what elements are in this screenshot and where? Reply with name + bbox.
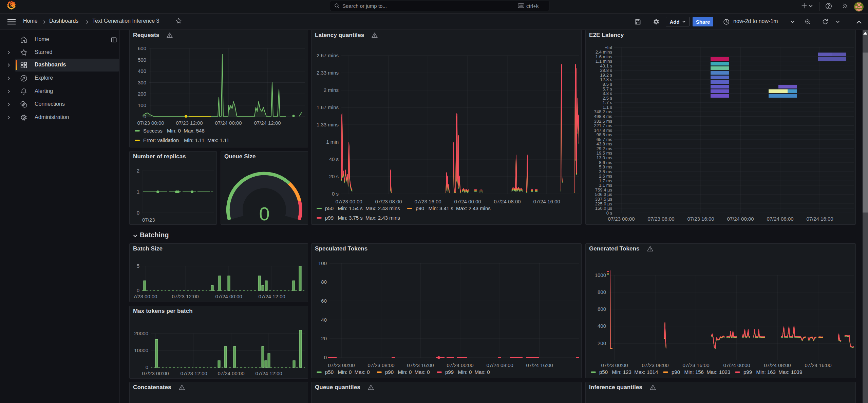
svg-text:07/23 00:00: 07/23 00:00	[328, 362, 355, 368]
svg-text:600: 600	[138, 45, 146, 51]
svg-text:Min: 0 Max: 548: Min: 0 Max: 548	[167, 128, 205, 134]
svg-text:Min: 0 Max: 0: Min: 0 Max: 0	[338, 369, 370, 375]
svg-text:0: 0	[137, 210, 139, 216]
svg-text:07/24 16:00: 07/24 16:00	[526, 362, 553, 368]
svg-text:07/23 08:00: 07/23 08:00	[647, 216, 674, 222]
svg-text:p99: p99	[445, 369, 454, 375]
svg-text:1.67 mins: 1.67 mins	[317, 104, 339, 110]
svg-text:07/23 08:00: 07/23 08:00	[642, 362, 668, 368]
svg-text:07/24 12:00: 07/24 12:00	[254, 120, 281, 126]
svg-text:Min: 1.54 s Max: 2.43 mins: Min: 1.54 s Max: 2.43 mins	[338, 205, 400, 211]
svg-text:07/24 12:00: 07/24 12:00	[255, 370, 282, 376]
svg-text:07/23 12:00: 07/23 12:00	[172, 294, 199, 299]
svg-text:07/23 12:00: 07/23 12:00	[176, 120, 203, 126]
svg-text:100: 100	[318, 260, 327, 266]
svg-text:80: 80	[321, 279, 327, 285]
svg-text:07/23 16:00: 07/23 16:00	[414, 199, 441, 204]
svg-text:2 mins: 2 mins	[324, 87, 339, 93]
svg-text:40 s: 40 s	[329, 156, 339, 162]
svg-text:2.67 mins: 2.67 mins	[317, 53, 339, 58]
svg-text:p99: p99	[743, 369, 752, 375]
svg-text:60: 60	[321, 298, 327, 304]
svg-text:p90: p90	[416, 205, 424, 211]
svg-text:20000: 20000	[134, 330, 148, 336]
svg-text:07/24 00:00: 07/24 00:00	[215, 120, 242, 126]
svg-text:p90: p90	[672, 369, 680, 375]
svg-text:1: 1	[137, 189, 139, 195]
svg-text:07/23 00:00: 07/23 00:00	[142, 370, 169, 376]
svg-text:07/23 16:00: 07/23 16:00	[687, 216, 714, 222]
svg-text:Min: 156 Max: 1023: Min: 156 Max: 1023	[684, 369, 730, 375]
svg-text:07/24 08:00: 07/24 08:00	[764, 362, 791, 368]
svg-text:p90: p90	[385, 369, 394, 375]
svg-text:0 s: 0 s	[332, 191, 339, 197]
svg-text:0: 0	[146, 364, 148, 370]
svg-text:p99: p99	[325, 215, 334, 221]
svg-text:07/24 12:00: 07/24 12:00	[258, 294, 285, 299]
svg-text:0: 0	[137, 287, 139, 293]
svg-text:07/23 08:00: 07/23 08:00	[375, 199, 402, 204]
svg-text:Min: 3.41 s Max: 2.43 mins: Min: 3.41 s Max: 2.43 mins	[428, 205, 490, 211]
svg-text:100: 100	[138, 102, 146, 108]
svg-text:10000: 10000	[134, 347, 148, 353]
svg-text:Min: 1.11 Max: 1.11: Min: 1.11 Max: 1.11	[184, 137, 229, 143]
svg-text:p50: p50	[599, 369, 608, 375]
svg-text:07/23 00:00: 07/23 00:00	[601, 362, 628, 368]
svg-text:300: 300	[138, 80, 146, 85]
svg-text:p50: p50	[325, 205, 334, 211]
svg-text:200: 200	[138, 91, 146, 97]
svg-text:5: 5	[137, 263, 139, 269]
svg-text:0 s: 0 s	[606, 210, 612, 216]
svg-text:40: 40	[321, 317, 327, 323]
svg-text:1 min: 1 min	[326, 139, 339, 145]
svg-text:500: 500	[138, 57, 146, 63]
svg-text:07/24 08:00: 07/24 08:00	[494, 199, 521, 204]
svg-text:07/23 00:00: 07/23 00:00	[608, 216, 635, 222]
svg-text:20: 20	[321, 336, 327, 341]
svg-text:200: 200	[598, 340, 606, 346]
svg-text:07/24 16:00: 07/24 16:00	[805, 362, 831, 368]
svg-text:07/24 00:00: 07/24 00:00	[723, 362, 750, 368]
svg-text:Min: 3.75 s Max: 2.43 mins: Min: 3.75 s Max: 2.43 mins	[338, 215, 400, 221]
svg-text:07/24 16:00: 07/24 16:00	[806, 216, 833, 222]
svg-text:07/24 00:00: 07/24 00:00	[218, 370, 244, 376]
svg-text:07/23 00:00: 07/23 00:00	[335, 199, 362, 204]
svg-text:07/23 08:00: 07/23 08:00	[367, 362, 394, 368]
svg-text:07/23 12:00: 07/23 12:00	[180, 370, 207, 376]
svg-text:07/24 08:00: 07/24 08:00	[486, 362, 513, 368]
svg-text:07/23: 07/23	[142, 217, 155, 223]
svg-text:Success: Success	[143, 128, 163, 134]
svg-text:Min: 163 Max: 1039: Min: 163 Max: 1039	[756, 369, 802, 375]
svg-text:20 s: 20 s	[329, 174, 339, 179]
svg-text:07/24 00:00: 07/24 00:00	[215, 294, 242, 299]
svg-text:Error: validation: Error: validation	[143, 137, 179, 143]
svg-text:0: 0	[259, 203, 269, 224]
svg-text:400: 400	[598, 323, 606, 329]
svg-text:07/23 16:00: 07/23 16:00	[682, 362, 709, 368]
svg-text:1.33 mins: 1.33 mins	[317, 122, 339, 127]
svg-text:07/24 00:00: 07/24 00:00	[447, 362, 473, 368]
svg-text:07/24 08:00: 07/24 08:00	[767, 216, 793, 222]
svg-text:2: 2	[137, 168, 139, 174]
svg-text:0: 0	[324, 355, 327, 360]
svg-text:07/24 00:00: 07/24 00:00	[727, 216, 754, 222]
svg-text:07/24 16:00: 07/24 16:00	[533, 199, 560, 204]
svg-text:600: 600	[598, 306, 606, 312]
svg-text:7/23 00:00: 7/23 00:00	[133, 294, 157, 299]
svg-text:400: 400	[138, 68, 146, 74]
svg-text:Min: 0 Max: 0: Min: 0 Max: 0	[398, 369, 430, 375]
svg-text:2.33 mins: 2.33 mins	[317, 70, 339, 76]
svg-text:800: 800	[598, 289, 606, 295]
svg-text:p50: p50	[325, 369, 334, 375]
svg-text:1000: 1000	[595, 272, 606, 278]
svg-text:07/24 00:00: 07/24 00:00	[454, 199, 481, 204]
svg-text:07/23 00:00: 07/23 00:00	[137, 120, 164, 126]
svg-text:07/23 16:00: 07/23 16:00	[407, 362, 434, 368]
svg-text:Min: 0 Max: 0: Min: 0 Max: 0	[458, 369, 490, 375]
svg-text:Min: 123 Max: 1014: Min: 123 Max: 1014	[612, 369, 658, 375]
